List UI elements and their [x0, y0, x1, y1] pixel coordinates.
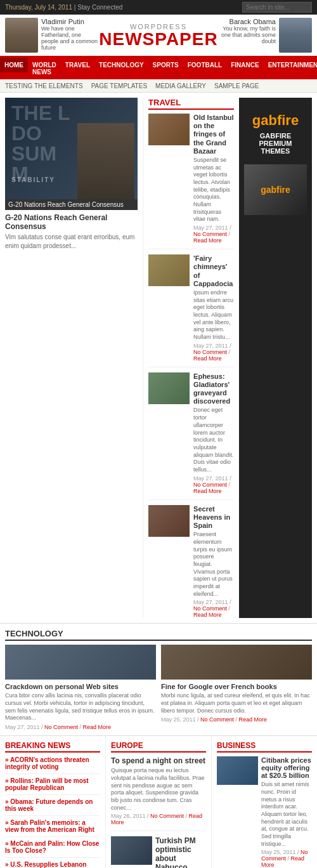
subnav-sample[interactable]: SAMPLE PAGE [214, 82, 259, 89]
tech-readmore-2[interactable]: Read More [239, 716, 268, 723]
gabfire-ad-right[interactable]: gabfire GABFIRE PREMIUM THEMES gabfire [239, 98, 312, 618]
travel-text-2: Ipsum endrre sitas etiam arcu eget lobor… [193, 289, 234, 341]
travel-readmore-4[interactable]: Read More [193, 612, 222, 618]
business-art-title-1: Citibank prices equity offering at $20.5… [261, 756, 312, 779]
sub-navigation: TESTING THE ELEMENTS PAGE TEMPLATES MEDI… [0, 79, 317, 93]
hero-caption-bar: G-20 Nations Reach General Consensus [5, 199, 138, 210]
travel-content-2: 'Fairy chimneys' of Cappadocia Ipsum end… [193, 254, 234, 362]
europe-art-text-1: Quisque porta neque eu lectus volutpat a… [111, 767, 206, 812]
nav-item-entertainment[interactable]: ENTERTAINMENT [264, 58, 317, 79]
nav-link-finance[interactable]: FINANCE [226, 58, 263, 72]
top-bar: Thursday, July 14, 2011 | Stay Connected [0, 0, 317, 15]
travel-meta-3: May 27, 2011 / No Comment / Read More [193, 475, 234, 494]
travel-article-2: 'Fairy chimneys' of Cappadocia Ipsum end… [148, 254, 234, 367]
site-title-block: WORPDRESS NEWSPAPER [99, 23, 217, 48]
travel-comment-1[interactable]: No Comment [193, 231, 227, 237]
three-col-section: Breaking News » ACORN's actions threaten… [0, 736, 317, 868]
nav-item-football[interactable]: FOOTBALL [183, 58, 226, 79]
nav-item-tech[interactable]: TECHNOLOGY [94, 58, 148, 79]
tech-title-2: Fine for Google over French books [161, 683, 312, 690]
nav-link-football[interactable]: FOOTBALL [183, 58, 226, 72]
travel-content-3: Ephesus: Gladiators' graveyard discovere… [193, 372, 234, 494]
tech-comment-2[interactable]: No Comment [200, 716, 234, 723]
travel-title: Travel [148, 98, 234, 110]
tech-thumb-2 [161, 645, 312, 680]
travel-content-4: Secret Heavens in Spain Praesent element… [193, 505, 234, 619]
breaking-item-2: » Rollins: Palin will be most popular Re… [5, 777, 100, 795]
stability-label: STABILITY [11, 176, 55, 183]
breaking-link-4[interactable]: » Sarah Palin's memoirs: a view from the… [5, 819, 94, 833]
breaking-link-1[interactable]: » ACORN's actions threaten integrity of … [5, 756, 89, 770]
ad-right-column: gabfire GABFIRE PREMIUM THEMES gabfire [239, 98, 312, 618]
breaking-link-6[interactable]: » U.S. Resupplies Lebanon Military to St… [5, 861, 86, 868]
travel-thumb-3 [148, 372, 190, 404]
travel-thumb-2 [148, 254, 190, 286]
europe-col: Europe To spend a night on street Quisqu… [106, 736, 212, 868]
obama-info: Barack Obama You know, my faith is one t… [219, 18, 276, 44]
travel-readmore-1[interactable]: Read More [193, 237, 222, 244]
travel-article-3: Ephesus: Gladiators' graveyard discovere… [148, 372, 234, 500]
tech-thumb-1 [5, 645, 156, 680]
breaking-item-4: » Sarah Palin's memoirs: a view from the… [5, 819, 100, 837]
tech-comment-1[interactable]: No Comment [44, 724, 78, 730]
europe-thumb-1 [111, 836, 152, 865]
breaking-item-1: » ACORN's actions threaten integrity of … [5, 756, 100, 774]
nav-list: HOME WORLD NEWS TRAVEL TECHNOLOGY SPORTS… [0, 58, 317, 79]
travel-meta-2: May 27, 2011 / No Comment / Read More [193, 343, 234, 362]
europe-art-title-1: To spend a night on street [111, 756, 206, 765]
breaking-link-3[interactable]: » Obama: Future depends on this week [5, 798, 93, 812]
nav-link-travel[interactable]: TRAVEL [61, 58, 94, 72]
obama-block: Barack Obama You know, my faith is one t… [219, 18, 312, 53]
search-wrap[interactable] [242, 2, 312, 13]
gabfire-sub: THEMES [244, 147, 307, 155]
nav-item-travel[interactable]: TRAVEL [61, 58, 94, 79]
travel-readmore-2[interactable]: Read More [193, 355, 222, 362]
nav-link-entertainment[interactable]: ENTERTAINMENT [264, 58, 317, 72]
nav-link-tech[interactable]: TECHNOLOGY [94, 58, 148, 72]
nav-item-sports[interactable]: SPORTS [148, 58, 183, 79]
travel-text-3: Donec eget tortor ullamcorper lorem auct… [193, 407, 234, 473]
search-input[interactable] [242, 2, 312, 13]
subnav-page-templates[interactable]: PAGE TEMPLATES [91, 82, 147, 89]
tech-text-1: Cura bitor conv allis lacinia nis, conva… [5, 692, 156, 722]
travel-comment-4[interactable]: No Comment [193, 605, 227, 612]
gabfire-logo: gabfire [244, 112, 307, 129]
business-col: Business Citibank prices equity offering… [212, 736, 317, 868]
business-art-meta-1: May 25, 2011 / No Comment / Read More [261, 849, 312, 868]
nav-link-home[interactable]: HOME [0, 58, 28, 72]
gabfire-ad-image: gabfire [244, 164, 307, 215]
nav-link-sports[interactable]: SPORTS [148, 58, 183, 72]
business-art-content-1: Citibank prices equity offering at $20.5… [261, 756, 312, 868]
europe-art-title-2: Turkish PM optimistic about Nabucco pipe… [155, 836, 206, 868]
tech-readmore-1[interactable]: Read More [83, 724, 112, 730]
nav-item-world[interactable]: WORLD NEWS [28, 58, 61, 79]
tech-article-2: Fine for Google over French books Morbi … [161, 645, 312, 730]
europe-article-2: Turkish PM optimistic about Nabucco pipe… [111, 836, 206, 868]
travel-readmore-3[interactable]: Read More [193, 488, 222, 494]
gabfire-inner-logo: gabfire [261, 185, 290, 195]
travel-thumb-1 [148, 114, 190, 145]
travel-text-4: Praesent elementum turpis eu ipsum posue… [193, 531, 234, 598]
breaking-item-6: » U.S. Resupplies Lebanon Military to St… [5, 861, 100, 868]
main-navigation[interactable]: HOME WORLD NEWS TRAVEL TECHNOLOGY SPORTS… [0, 58, 317, 79]
site-header: Vladimir Putin We have one Fatherland, o… [0, 15, 317, 58]
hero-left: THE LDOSUMM STABILITY G-20 Nations Reach… [5, 98, 138, 618]
travel-comment-3[interactable]: No Comment [193, 482, 227, 488]
breaking-link-2[interactable]: » Rollins: Palin will be most popular Re… [5, 777, 89, 791]
technology-title: Technology [5, 629, 312, 641]
nav-link-world[interactable]: WORLD NEWS [28, 58, 61, 79]
main-content: THE LDOSUMM STABILITY G-20 Nations Reach… [0, 93, 317, 868]
subnav-testing[interactable]: TESTING THE ELEMENTS [5, 82, 83, 89]
breaking-link-5[interactable]: » McCain and Palin: How Close Is Too Clo… [5, 840, 99, 854]
travel-comment-2[interactable]: No Comment [193, 349, 227, 355]
subnav-media[interactable]: MEDIA GALLERY [155, 82, 206, 89]
putin-name: Vladimir Putin [41, 18, 98, 25]
hero-caption-text: G-20 Nations Reach General Consensus [8, 201, 124, 208]
hero-big-letter: THE LDOSUMM [11, 103, 70, 184]
travel-meta-4: May 27, 2011 / No Comment / Read More [193, 599, 234, 618]
nav-item-home[interactable]: HOME [0, 58, 28, 79]
nav-item-finance[interactable]: FINANCE [226, 58, 263, 79]
europe-art-content-2: Turkish PM optimistic about Nabucco pipe… [155, 836, 206, 868]
travel-thumb-4 [148, 505, 190, 537]
travel-content-1: Old Istanbul on the fringes of the Grand… [193, 114, 234, 244]
